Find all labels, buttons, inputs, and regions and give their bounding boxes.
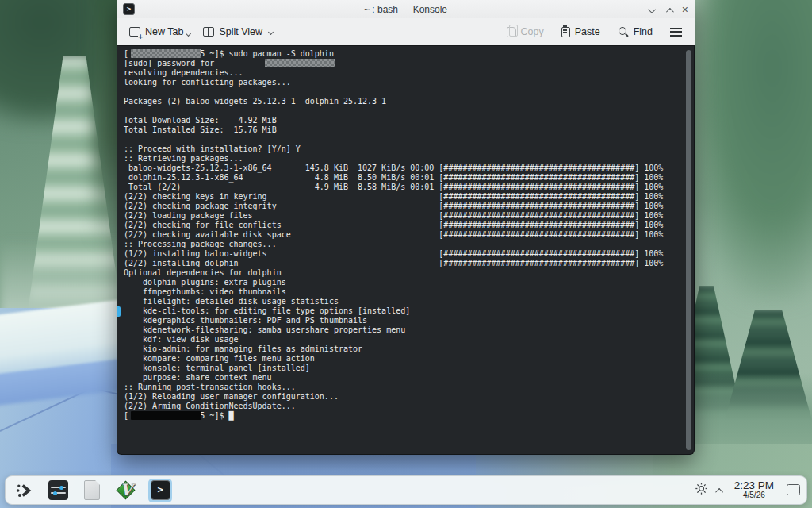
maximize-button[interactable]: [666, 2, 672, 17]
sun-icon: [695, 482, 708, 495]
split-view-button[interactable]: Split View: [198, 23, 278, 40]
konsole-window: > ~ : bash — Konsole × New Tab Split Vie…: [117, 0, 695, 455]
toolbar: New Tab Split View Copy Paste: [117, 18, 695, 45]
brightness-tray-button[interactable]: [695, 482, 708, 498]
new-tab-label: New Tab: [145, 26, 183, 37]
menu-button[interactable]: [665, 25, 687, 40]
copy-button: Copy: [502, 23, 549, 40]
titlebar[interactable]: > ~ : bash — Konsole ×: [117, 0, 695, 18]
terminal-view[interactable]: [ @VWS15 ~]$ sudo pacman -S dolphin [sud…: [117, 45, 695, 455]
digital-clock[interactable]: 2:23 PM 4/5/26: [733, 480, 776, 500]
close-button[interactable]: ×: [682, 6, 688, 13]
document-icon: [84, 480, 100, 500]
paste-icon: [561, 27, 570, 37]
redacted-username: [265, 59, 335, 67]
paste-label: Paste: [575, 26, 600, 37]
redacted-username: [131, 411, 201, 420]
find-label: Find: [634, 26, 653, 37]
desktop: > ~ : bash — Konsole × New Tab Split Vie…: [0, 0, 812, 508]
search-icon: [618, 26, 629, 37]
copy-label: Copy: [521, 26, 544, 37]
find-button[interactable]: Find: [613, 23, 657, 40]
konsole-task-active[interactable]: >: [148, 479, 172, 502]
terminal-output: [ @VWS15 ~]$ sudo pacman -S dolphin [sud…: [117, 46, 663, 421]
wallpaper-tree-tower: [27, 56, 122, 318]
tray-expander-button[interactable]: [718, 483, 723, 497]
wallpaper-tree-blob: [677, 0, 812, 302]
redacted-username: [131, 49, 201, 58]
terminal-line-marker: [117, 306, 121, 317]
taskbar-panel: V > 2:23 PM 4/5/26: [5, 475, 807, 505]
app-launcher-icon: [15, 482, 33, 499]
show-desktop-button[interactable]: [787, 484, 800, 495]
system-tray: 2:23 PM 4/5/26: [695, 480, 800, 500]
chevron-up-icon: [666, 7, 674, 15]
terminal-scrollbar[interactable]: [686, 50, 691, 450]
chevron-down-icon: [186, 31, 191, 37]
gvim-task[interactable]: V: [114, 479, 138, 502]
system-settings-icon: [48, 480, 68, 500]
copy-icon: [507, 27, 516, 37]
gvim-icon: V: [116, 480, 136, 501]
clock-time: 2:23 PM: [734, 480, 774, 491]
split-view-label: Split View: [219, 26, 262, 37]
system-settings-task[interactable]: [46, 479, 70, 502]
new-tab-button[interactable]: New Tab: [124, 23, 195, 40]
minimize-button[interactable]: [650, 2, 656, 17]
scrollbar-thumb[interactable]: [686, 50, 691, 450]
split-view-icon: [203, 27, 214, 37]
konsole-icon: >: [151, 480, 170, 500]
hamburger-menu-icon: [670, 28, 682, 37]
new-tab-icon: [129, 27, 140, 37]
clock-date: 4/5/26: [734, 491, 774, 500]
app-launcher-button[interactable]: [12, 479, 36, 502]
paste-button[interactable]: Paste: [557, 23, 605, 40]
chevron-up-icon: [715, 488, 723, 496]
documents-task[interactable]: [80, 479, 104, 502]
chevron-down-icon: [268, 29, 274, 34]
window-title: ~ : bash — Konsole: [117, 4, 695, 15]
